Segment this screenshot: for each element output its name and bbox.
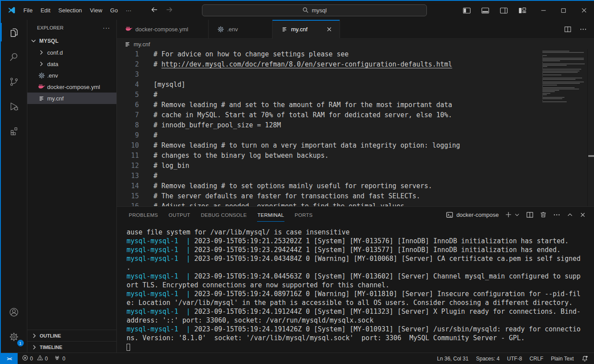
compose-service-prefix: mysql-mysql-1 | xyxy=(127,290,194,298)
panel-tab-debug-console[interactable]: DEBUG CONSOLE xyxy=(200,208,247,222)
new-terminal-button[interactable] xyxy=(505,211,512,218)
panel-tab-output[interactable]: OUTPUT xyxy=(168,208,191,222)
activity-accounts[interactable] xyxy=(1,300,27,324)
status-indentation[interactable]: Spaces: 4 xyxy=(476,356,499,362)
toggle-panel-button[interactable] xyxy=(479,5,492,16)
menu-file[interactable]: File xyxy=(19,5,37,16)
line-number: 13 xyxy=(117,171,139,181)
code-text: # Remove leading # and set to the amount… xyxy=(139,100,452,110)
status-eol[interactable]: CRLF xyxy=(530,356,543,362)
scrollbar-thumb[interactable] xyxy=(588,155,594,157)
remote-indicator[interactable]: >< xyxy=(1,353,18,364)
code-line: 8# innodb_buffer_pool_size = 128M xyxy=(117,120,594,130)
breadcrumb[interactable]: my.cnf xyxy=(117,39,594,49)
problems-status[interactable]: 0 0 xyxy=(22,355,48,362)
line-number: 5 xyxy=(117,90,139,100)
activity-explorer[interactable] xyxy=(1,20,27,45)
line-number: 10 xyxy=(117,141,139,151)
tree-root-mysql[interactable]: MYSQL xyxy=(27,35,116,47)
split-terminal-button[interactable] xyxy=(526,211,534,219)
menu-go[interactable]: Go xyxy=(106,5,122,16)
toggle-primary-sidebar-button[interactable] xyxy=(460,5,473,16)
status-encoding[interactable]: UTF-8 xyxy=(507,356,522,362)
tab--env[interactable]: .env xyxy=(209,20,273,38)
ports-status[interactable]: 0 xyxy=(54,355,65,362)
tab-my-cnf[interactable]: my.cnf xyxy=(273,20,340,38)
terminal-output[interactable]: ause file system for /var/lib/mysql/ is … xyxy=(117,223,594,353)
editor-scrollbar[interactable] xyxy=(587,49,594,206)
settings-badge: 1 xyxy=(17,340,24,346)
kill-terminal-button[interactable] xyxy=(540,211,547,218)
tree-item-data[interactable]: data xyxy=(27,58,116,70)
line-number: 2 xyxy=(117,59,139,70)
split-editor-button[interactable] xyxy=(564,26,572,33)
close-panel-button[interactable] xyxy=(579,212,586,218)
activity-extensions[interactable] xyxy=(1,119,27,143)
terminal-name: docker-compose xyxy=(456,212,499,218)
tab-label: .env xyxy=(227,26,238,33)
panel-tab-ports[interactable]: PORTS xyxy=(294,208,313,222)
sidebar-more-actions[interactable]: ··· xyxy=(103,24,110,31)
status-cursor-position[interactable]: Ln 36, Col 31 xyxy=(437,356,468,362)
maximize-button[interactable] xyxy=(553,1,574,20)
activity-settings[interactable]: 1 xyxy=(1,324,27,349)
code-text: [mysqld] xyxy=(139,80,185,90)
editor-more-actions-button[interactable] xyxy=(579,26,587,33)
tab-docker-compose-yml[interactable]: docker-compose.yml xyxy=(117,20,209,38)
panel-tab-bar: PROBLEMSOUTPUTDEBUG CONSOLETERMINALPORTS… xyxy=(117,207,594,223)
file-tree: MYSQLconf.ddata.envdocker-compose.ymlmy.… xyxy=(27,35,116,330)
line-number: 1 xyxy=(117,49,139,59)
menu-view[interactable]: View xyxy=(86,5,106,16)
terminal-dropdown-chevron[interactable] xyxy=(514,212,520,218)
code-editor[interactable]: 1# For advice on how to change settings … xyxy=(117,49,594,206)
maximize-panel-button[interactable] xyxy=(567,212,573,218)
terminal-line xyxy=(127,342,594,351)
code-text: # innodb_buffer_pool_size = 128M xyxy=(139,120,281,130)
close-button[interactable] xyxy=(574,1,594,20)
tree-item-my-cnf[interactable]: my.cnf xyxy=(27,93,116,104)
code-link[interactable]: http://dev.mysql.com/doc/refman/8.0/en/s… xyxy=(161,60,452,68)
command-center-search[interactable]: mysql xyxy=(202,4,427,16)
compose-service-prefix: mysql-mysql-1 | xyxy=(127,246,194,254)
panel-actions: docker-compose xyxy=(446,211,594,219)
close-tab-button[interactable] xyxy=(325,25,333,33)
notifications-bell-icon[interactable] xyxy=(581,355,588,362)
code-text: # cache in MySQL. Start at 70% of total … xyxy=(139,110,452,120)
tree-item-label: my.cnf xyxy=(47,95,64,102)
terminal-line: ause file system for /var/lib/mysql/ is … xyxy=(127,228,594,237)
panel-more-actions-button[interactable] xyxy=(553,211,560,219)
customize-layout-button[interactable] xyxy=(516,5,529,16)
chevron-right-icon xyxy=(38,60,45,67)
panel-tab-problems[interactable]: PROBLEMS xyxy=(128,208,158,222)
code-text: # http://dev.mysql.com/doc/refman/8.0/en… xyxy=(139,59,452,70)
activity-run-debug[interactable] xyxy=(1,94,27,119)
status-language-mode[interactable]: Plain Text xyxy=(551,356,574,362)
minimize-button[interactable] xyxy=(533,1,553,20)
terminal-instance[interactable]: docker-compose xyxy=(446,211,499,219)
explorer-sidebar: EXPLORER ··· MYSQLconf.ddata.envdocker-c… xyxy=(27,20,117,353)
menu-selection[interactable]: Selection xyxy=(54,5,86,16)
gear-file-icon xyxy=(38,72,45,79)
gear-file-icon xyxy=(217,26,224,33)
back-arrow-icon[interactable] xyxy=(150,6,158,15)
sidebar-section-timeline[interactable]: TIMELINE xyxy=(27,341,116,353)
forward-arrow-icon[interactable] xyxy=(165,6,173,15)
line-number: 14 xyxy=(117,181,139,191)
tree-item-conf-d[interactable]: conf.d xyxy=(27,47,116,58)
sidebar-section-outline[interactable]: OUTLINE xyxy=(27,330,116,341)
tree-item-docker-compose-yml[interactable]: docker-compose.yml xyxy=(27,81,116,93)
menu-more[interactable]: ··· xyxy=(122,5,135,16)
minimap[interactable] xyxy=(542,51,587,103)
activity-search[interactable] xyxy=(1,45,27,69)
code-line: 15# The server defaults are faster for t… xyxy=(117,191,594,201)
panel-tab-terminal[interactable]: TERMINAL xyxy=(257,208,285,222)
activity-source-control[interactable] xyxy=(1,69,27,94)
compose-service-prefix: mysql-mysql-1 | xyxy=(127,255,194,263)
code-line: 7# cache in MySQL. Start at 70% of total… xyxy=(117,110,594,120)
activity-bottom: 1 xyxy=(1,300,27,349)
chevron-right-icon xyxy=(31,332,38,339)
code-text: # xyxy=(139,90,157,100)
menu-edit[interactable]: Edit xyxy=(37,5,54,16)
tree-item--env[interactable]: .env xyxy=(27,70,116,81)
toggle-secondary-sidebar-button[interactable] xyxy=(497,5,510,16)
